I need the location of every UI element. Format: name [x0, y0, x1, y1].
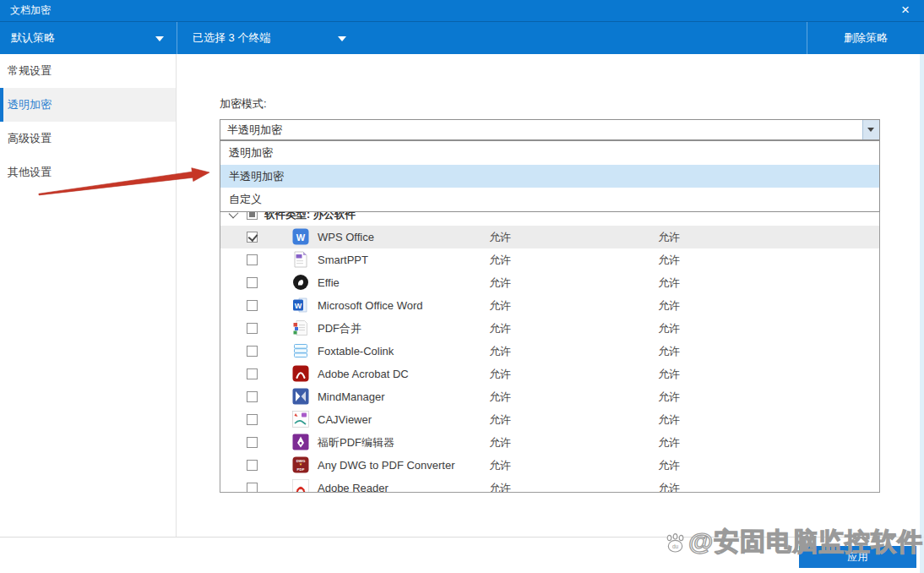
permission-value-2[interactable]: 允许: [658, 454, 680, 477]
svg-text:PDF: PDF: [297, 467, 305, 472]
adobe-reader-icon: [292, 479, 309, 493]
sidebar-item[interactable]: 其他设置: [0, 156, 176, 189]
row-checkbox[interactable]: [247, 254, 258, 265]
encryption-mode-label: 加密模式:: [220, 96, 267, 112]
wps-office-icon: W: [292, 228, 309, 245]
row-checkbox[interactable]: [247, 460, 258, 471]
effie-icon: [292, 274, 309, 291]
permission-value-1[interactable]: 允许: [489, 385, 511, 408]
sidebar-item-label: 高级设置: [8, 132, 52, 145]
row-checkbox[interactable]: [247, 277, 258, 288]
mindmanager-icon: [292, 388, 309, 405]
row-checkbox[interactable]: [247, 437, 258, 448]
software-row[interactable]: DWGPDFAny DWG to PDF Converter允许允许: [220, 454, 879, 477]
app-name: Adobe Acrobat DC: [318, 363, 409, 385]
dropdown-option[interactable]: 半透明加密: [220, 165, 879, 188]
permission-value-1[interactable]: 允许: [489, 226, 511, 248]
app-name: SmartPPT: [318, 248, 368, 271]
sidebar-item[interactable]: 透明加密: [0, 88, 176, 122]
settings-sidebar: 常规设置透明加密高级设置其他设置: [0, 54, 177, 537]
app-name: 福昕PDF编辑器: [318, 431, 394, 454]
svg-text:DWG: DWG: [296, 459, 306, 463]
app-name: Any DWG to PDF Converter: [318, 454, 455, 477]
software-row[interactable]: MindManager允许允许: [220, 385, 879, 408]
sidebar-item-label: 常规设置: [8, 64, 52, 77]
permission-value-2[interactable]: 允许: [658, 248, 680, 271]
permission-value-2[interactable]: 允许: [658, 271, 680, 294]
permission-value-2[interactable]: 允许: [658, 340, 680, 363]
footer-divider: [0, 537, 924, 538]
permission-value-1[interactable]: 允许: [489, 340, 511, 363]
sidebar-item-label: 透明加密: [8, 98, 52, 111]
dropdown-option[interactable]: 透明加密: [220, 141, 879, 165]
pdf-merge-icon: [292, 319, 309, 336]
encryption-mode-select[interactable]: 半透明加密: [220, 119, 880, 140]
row-checkbox[interactable]: [247, 300, 258, 311]
dropdown-option[interactable]: 自定义: [220, 188, 879, 211]
app-name: PDF合并: [318, 317, 361, 340]
permission-value-2[interactable]: 允许: [658, 226, 680, 248]
app-name: CAJViewer: [318, 408, 372, 431]
software-row[interactable]: 福昕PDF编辑器允许允许: [220, 431, 879, 454]
title-bar: 文档加密 ×: [0, 0, 924, 21]
permission-value-2[interactable]: 允许: [658, 408, 680, 431]
software-row[interactable]: PDF合并允许允许: [220, 317, 879, 340]
permission-value-2[interactable]: 允许: [658, 385, 680, 408]
software-row[interactable]: Adobe Reader允许允许: [220, 477, 879, 493]
row-checkbox[interactable]: [247, 346, 258, 357]
sidebar-item-label: 其他设置: [8, 166, 52, 178]
policy-dropdown-label: 默认策略: [11, 22, 55, 54]
permission-value-1[interactable]: 允许: [489, 431, 511, 454]
policy-toolbar: 默认策略 已选择 3 个终端 删除策略: [0, 21, 924, 54]
sidebar-item[interactable]: 常规设置: [0, 54, 176, 88]
permission-value-2[interactable]: 允许: [658, 431, 680, 454]
window-edge: [920, 54, 924, 573]
permission-value-2[interactable]: 允许: [658, 317, 680, 340]
software-row[interactable]: CAJViewer允许允许: [220, 408, 879, 431]
apply-button[interactable]: 应用: [799, 546, 916, 568]
smartppt-icon: [292, 251, 309, 268]
permission-value-1[interactable]: 允许: [489, 248, 511, 271]
close-icon[interactable]: ×: [892, 0, 919, 21]
permission-value-2[interactable]: 允许: [658, 477, 680, 493]
policy-dropdown[interactable]: 默认策略: [0, 22, 177, 55]
foxtable-icon: [292, 342, 309, 359]
software-row[interactable]: Effie允许允许: [220, 271, 879, 294]
encryption-mode-dropdown-list: 透明加密半透明加密自定义: [220, 140, 880, 212]
row-checkbox[interactable]: [247, 391, 258, 402]
row-checkbox[interactable]: [247, 323, 258, 334]
permission-value-2[interactable]: 允许: [658, 294, 680, 317]
software-row[interactable]: WMicrosoft Office Word允许允许: [220, 294, 879, 317]
permission-value-1[interactable]: 允许: [489, 317, 511, 340]
sidebar-item[interactable]: 高级设置: [0, 122, 176, 156]
permission-value-2[interactable]: 允许: [658, 363, 680, 385]
ms-word-icon: W: [292, 297, 309, 314]
permission-value-1[interactable]: 允许: [489, 271, 511, 294]
svg-text:W: W: [296, 232, 306, 243]
cajviewer-icon: [292, 411, 309, 428]
terminal-dropdown-label: 已选择 3 个终端: [193, 22, 270, 54]
foxit-editor-icon: [292, 434, 309, 450]
document-encryption-dialog: 文档加密 × 默认策略 已选择 3 个终端 删除策略 常规设置透明加密高级设置其…: [0, 0, 924, 573]
delete-policy-button[interactable]: 删除策略: [807, 22, 924, 55]
chevron-down-icon: [867, 128, 874, 132]
row-checkbox[interactable]: [247, 232, 258, 243]
permission-value-1[interactable]: 允许: [489, 454, 511, 477]
permission-value-1[interactable]: 允许: [489, 363, 511, 385]
permission-value-1[interactable]: 允许: [489, 408, 511, 431]
software-permission-table: 软件类型: 办公软件 WWPS Office允许允许SmartPPT允许允许Ef…: [220, 203, 880, 493]
row-checkbox[interactable]: [247, 368, 258, 379]
terminal-dropdown[interactable]: 已选择 3 个终端: [177, 22, 359, 55]
software-row[interactable]: Foxtable-Colink允许允许: [220, 340, 879, 363]
software-row[interactable]: Adobe Acrobat DC允许允许: [220, 363, 879, 385]
software-row[interactable]: WWPS Office允许允许: [220, 226, 879, 248]
svg-text:du: du: [672, 543, 679, 549]
select-dropdown-button[interactable]: [862, 120, 879, 139]
chevron-down-icon: [338, 36, 346, 41]
permission-value-1[interactable]: 允许: [489, 294, 511, 317]
app-name: Effie: [318, 271, 340, 294]
software-row[interactable]: SmartPPT允许允许: [220, 248, 879, 271]
permission-value-1[interactable]: 允许: [489, 477, 511, 493]
row-checkbox[interactable]: [247, 414, 258, 425]
row-checkbox[interactable]: [247, 483, 258, 493]
